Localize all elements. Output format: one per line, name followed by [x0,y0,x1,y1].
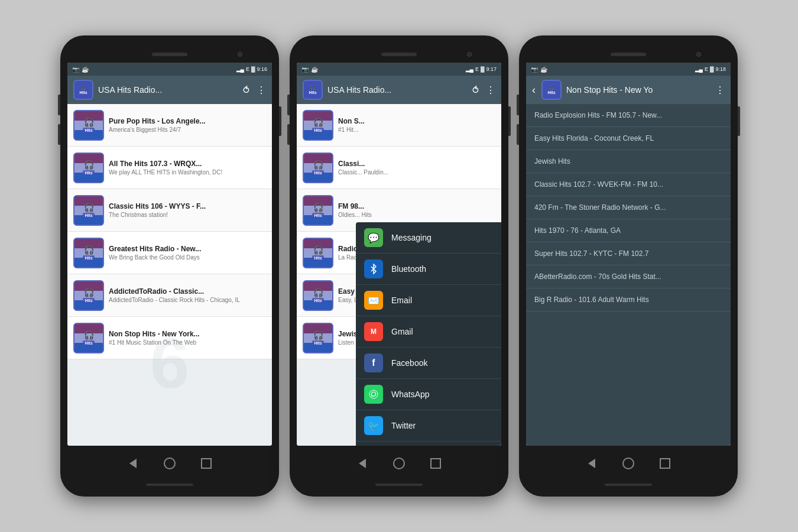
hits-label: Hits [312,298,323,303]
radio-item-2-2[interactable]: 🎧 Hits Classi... Classic... Pauldin... [297,147,501,189]
back-nav-button-1[interactable] [126,457,140,470]
speaker-3 [611,53,646,56]
share-email-item[interactable]: ✉️ Email [356,285,501,316]
radio-item-2-1[interactable]: 🎧 Hits Non S... #1 Hit... [297,104,501,147]
station-list-item-2[interactable]: Easy Hits Florida - Coconut Creek, FL [526,127,731,150]
notification-icon-1: 📷 [72,66,79,73]
status-bar-1: 📷 ☕ ▂▄ E ▓ 9:16 [67,63,272,76]
station-name-6: Non Stop Hits - New York... [109,330,266,338]
radio-item-6[interactable]: 🎧 Hits Non Stop Hits - New York... #1 Hi… [67,317,272,359]
share-bluetooth-item[interactable]: Bluetooth [356,254,501,285]
volume-down-button-2[interactable] [287,124,290,145]
phone-top-2 [297,46,501,63]
radio-item-5[interactable]: 🎧 Hits AddictedToRadio - Classic... Addi… [67,274,272,317]
share-icon-1[interactable]: ⥀ [243,85,249,96]
recents-nav-button-1[interactable] [200,457,213,470]
gmail-label: Gmail [391,327,413,336]
share-messaging-item[interactable]: 💬 Messaging [356,222,501,254]
back-arrow-icon[interactable]: ‹ [532,84,536,96]
power-button[interactable] [279,106,281,136]
station-name-4: Greatest Hits Radio - New... [109,245,266,253]
screen-1: 📷 ☕ ▂▄ E ▓ 9:16 🎧 Hits USA Hits Radio...… [67,63,272,446]
station-list-item-8[interactable]: ABetterRadio.com - 70s Gold Hits Stat... [526,265,731,288]
station-name-1: Pure Pop Hits - Los Angele... [109,117,266,125]
station-name-2: All The Hits 107.3 - WRQX... [109,160,266,168]
radio-thumb-2-2: 🎧 Hits [303,153,333,183]
radio-thumb-2-3: 🎧 Hits [303,195,333,226]
station-list-item-7[interactable]: Super Hits 102.7 - KYTC - FM 102.7 [526,242,731,265]
nav-bar-2 [297,446,501,481]
station-list-item-4[interactable]: Classic Hits 102.7 - WVEK-FM - FM 10... [526,173,731,196]
radio-item-1[interactable]: 🎧 Hits Pure Pop Hits - Los Angele... Ame… [67,104,272,147]
phone-bottom-bar-1 [146,484,193,486]
station-desc-2-1: #1 Hit... [338,126,495,133]
station-list-item-3[interactable]: Jewish Hits [526,150,731,173]
overflow-menu-icon-3[interactable]: ⋮ [715,85,725,96]
headphone-icon: 🎧 [313,203,323,212]
volume-up-button[interactable] [58,95,60,115]
share-bbm-item[interactable]: BBM [356,442,501,446]
share-whatsapp-item[interactable]: WhatsApp [356,379,501,410]
radio-thumb-1: 🎧 Hits [73,110,104,141]
station-desc-2-2: Classic... Pauldin... [338,169,495,176]
back-nav-button-3[interactable] [585,457,598,470]
overflow-menu-icon-2[interactable]: ⋮ [486,85,495,96]
notif-icon-5: 📷 [531,66,538,73]
toolbar-2: 🎧 Hits USA Hits Radio... ⥀ ⋮ [297,76,501,104]
thumb-overlay: 🎧 Hits [304,196,332,225]
station-desc-5: AddictedToRadio - Classic Rock Hits - Ch… [109,297,266,303]
radio-item-4[interactable]: 🎧 Hits Greatest Hits Radio - New... We B… [67,232,272,274]
status-right-2: ▂▄ E ▓ 9:17 [466,66,497,72]
station-list-item-6[interactable]: Hits 1970 - 76 - Atlanta, GA [526,219,731,242]
thumb-overlay: 🎧 Hits [74,111,103,140]
power-button-2[interactable] [508,106,511,136]
thumb-overlay: 🎧 Hits [74,239,103,267]
thumb-overlay: 🎧 Hits [304,111,332,140]
radio-item-3[interactable]: 🎧 Hits Classic Hits 106 - WYYS - F... Th… [67,189,272,232]
recents-nav-button-2[interactable] [429,457,442,470]
station-list-item-5[interactable]: 420 Fm - The Stoner Radio Network - G... [526,196,731,219]
volume-down-button[interactable] [58,124,60,145]
battery-icon-3: ▓ [710,66,714,72]
recents-nav-button-3[interactable] [658,457,672,470]
share-icon-2[interactable]: ⥀ [472,85,479,96]
front-camera-2 [467,52,472,57]
home-nav-button-2[interactable] [392,457,406,470]
station-name-2-1: Non S... [338,117,495,125]
station-list-item-1[interactable]: Radio Explosion Hits - FM 105.7 - New... [526,104,731,127]
share-facebook-item[interactable]: f Facebook [356,348,501,379]
time-display-2: 9:17 [486,66,497,72]
home-nav-button-1[interactable] [163,457,176,470]
radio-thumb-5: 🎧 Hits [73,280,104,311]
station-desc-2-3: Oldies... Hits [338,212,495,218]
share-twitter-item[interactable]: 🐦 Twitter [356,410,501,442]
station-list-item-9[interactable]: Big R Radio - 101.6 Adult Warm Hits [526,288,731,312]
volume-up-button-3[interactable] [517,95,519,115]
headphone-icon: 🎧 [313,245,323,255]
hits-label: Hits [83,340,94,346]
volume-up-button-2[interactable] [287,95,290,115]
hits-label: Hits [83,170,94,176]
logo-label-3: Hits [547,90,555,95]
hits-label: Hits [83,298,94,303]
app-logo-2: 🎧 Hits [303,80,323,100]
overflow-menu-icon-1[interactable]: ⋮ [257,85,266,96]
radio-list-1: 🎧 Hits Pure Pop Hits - Los Angele... Ame… [67,104,272,446]
screen-3: 📷 ☕ ▂▄ E ▓ 9:18 ‹ 🎧 Hits Non Stop Hits -… [526,63,731,446]
battery-icon-2: ▓ [481,66,485,72]
home-nav-button-3[interactable] [622,457,635,470]
screen-2: 📷 ☕ ▂▄ E ▓ 9:17 🎧 Hits USA Hits Radio...… [297,63,501,446]
back-nav-button-2[interactable] [356,457,369,470]
radio-info-2: All The Hits 107.3 - WRQX... We play ALL… [109,160,266,176]
share-gmail-item[interactable]: M Gmail [356,316,501,348]
phone-bottom-bar-3 [605,484,652,486]
headphone-icon: 🎧 [84,245,94,255]
headphone-icon: 🎧 [313,288,323,297]
hits-label: Hits [312,170,323,176]
volume-down-button-3[interactable] [517,124,519,145]
station-info-2-3: FM 98... Oldies... Hits [338,202,495,218]
radio-item-2[interactable]: 🎧 Hits All The Hits 107.3 - WRQX... We p… [67,147,272,189]
radio-thumb-6: 🎧 Hits [73,323,104,353]
thumb-overlay: 🎧 Hits [74,196,103,225]
power-button-3[interactable] [738,106,740,136]
